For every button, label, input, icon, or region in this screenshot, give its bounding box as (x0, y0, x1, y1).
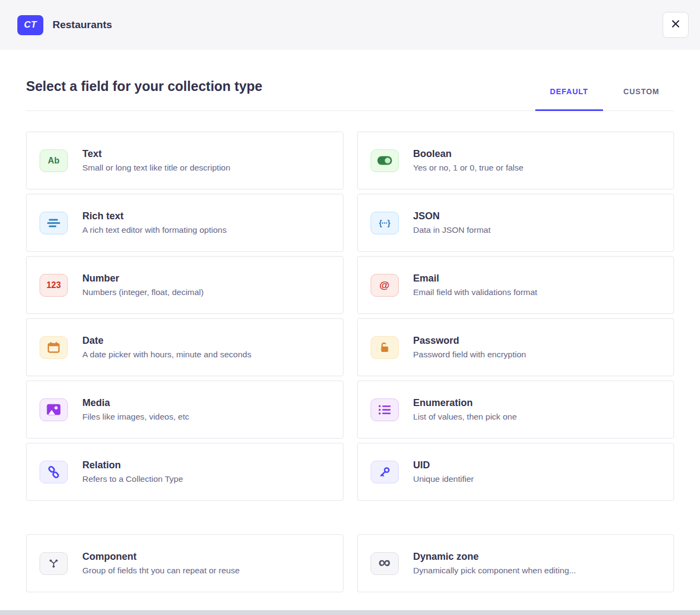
text-icon-label: Ab (48, 156, 59, 166)
collection-type-badge-label: CT (24, 19, 37, 30)
field-card-number[interactable]: 123 Number Numbers (integer, float, deci… (26, 256, 343, 314)
field-card-relation[interactable]: Relation Refers to a Collection Type (26, 443, 343, 501)
infinity-glyph: ∞ (378, 554, 390, 571)
field-card-title: Media (82, 397, 189, 409)
field-card-password[interactable]: Password Password field with encryption (357, 318, 675, 376)
field-card-email[interactable]: @ Email Email field with validations for… (357, 256, 675, 314)
modal-bottom-edge (0, 610, 700, 615)
title-row: Select a field for your collection type … (26, 50, 674, 111)
field-card-subtitle: A date picker with hours, minute and sec… (82, 350, 251, 359)
field-card-subtitle: Email field with validations format (413, 287, 537, 297)
field-card-date[interactable]: Date A date picker with hours, minute an… (26, 318, 343, 376)
boolean-toggle-icon (371, 149, 399, 172)
field-card-subtitle: List of values, then pick one (413, 412, 517, 422)
field-card-subtitle: Password field with encryption (413, 350, 527, 359)
field-card-component[interactable]: Component Group of fields tht you can re… (26, 534, 343, 592)
collection-type-badge: CT (17, 15, 43, 35)
field-card-title: Dynamic zone (413, 551, 576, 562)
number-icon: 123 (40, 274, 68, 297)
media-picture-icon (40, 398, 68, 421)
field-card-media[interactable]: Media Files like images, videos, etc (26, 381, 343, 439)
field-cards-grid: Ab Text Small or long text like title or… (26, 132, 674, 501)
field-card-subtitle: Yes or no, 1 or 0, true or false (413, 163, 524, 173)
json-braces-icon: {···} (371, 212, 399, 234)
field-card-title: Number (82, 273, 204, 284)
advanced-cards-grid: Component Group of fields tht you can re… (26, 534, 674, 592)
field-card-boolean[interactable]: Boolean Yes or no, 1 or 0, true or false (357, 132, 675, 189)
field-card-subtitle: Data in JSON format (413, 225, 491, 235)
number-icon-label: 123 (47, 280, 61, 290)
field-card-subtitle: A rich text editor with formating option… (82, 225, 226, 235)
tab-custom[interactable]: CUSTOM (609, 87, 674, 110)
email-at-icon: @ (371, 274, 399, 297)
field-card-title: Relation (82, 460, 183, 471)
infinity-icon: ∞ (371, 552, 399, 575)
tab-default[interactable]: DEFAULT (535, 87, 603, 110)
field-card-title: Boolean (413, 148, 524, 160)
field-card-subtitle: Dynamically pick component when editing.… (413, 566, 576, 575)
field-card-title: Enumeration (413, 397, 517, 409)
tab-bar: DEFAULT CUSTOM (535, 87, 674, 110)
field-card-rich-text[interactable]: Rich text A rich text editor with format… (26, 194, 343, 252)
modal-title: Restaurants (53, 19, 663, 31)
field-card-subtitle: Files like images, videos, etc (82, 412, 189, 422)
field-card-uid[interactable]: UID Unique identifier (357, 443, 675, 501)
email-at-label: @ (379, 279, 390, 291)
field-card-title: Text (82, 148, 230, 160)
chain-link-icon (40, 461, 68, 483)
rich-text-lines-icon (40, 212, 68, 234)
field-card-title: UID (413, 460, 474, 471)
page-title: Select a field for your collection type (26, 78, 262, 110)
field-card-subtitle: Group of fields tht you can repeat or re… (82, 566, 239, 575)
close-button[interactable] (663, 12, 689, 38)
field-card-dynamic-zone[interactable]: ∞ Dynamic zone Dynamically pick componen… (357, 534, 675, 592)
field-card-title: Password (413, 335, 527, 346)
key-icon (371, 461, 399, 483)
field-card-subtitle: Refers to a Collection Type (82, 474, 183, 484)
modal-body: Select a field for your collection type … (0, 50, 700, 592)
bullet-list-icon (371, 398, 399, 421)
field-card-subtitle: Numbers (integer, float, decimal) (82, 287, 204, 297)
modal-header: CT Restaurants (0, 0, 700, 50)
calendar-icon (40, 336, 68, 359)
json-braces-label: {···} (379, 219, 390, 227)
field-card-text[interactable]: Ab Text Small or long text like title or… (26, 132, 343, 189)
field-card-enumeration[interactable]: Enumeration List of values, then pick on… (357, 381, 675, 439)
text-icon: Ab (40, 149, 68, 172)
field-card-title: JSON (413, 211, 491, 222)
field-card-json[interactable]: {···} JSON Data in JSON format (357, 194, 675, 252)
field-card-title: Email (413, 273, 537, 284)
lock-icon (371, 336, 399, 359)
field-card-title: Rich text (82, 211, 226, 222)
field-card-subtitle: Unique identifier (413, 474, 474, 484)
field-card-title: Date (82, 335, 251, 346)
field-card-title: Component (82, 551, 239, 562)
x-icon (671, 19, 680, 30)
component-branch-icon (40, 552, 68, 575)
field-card-subtitle: Small or long text like title or descrip… (82, 163, 230, 173)
